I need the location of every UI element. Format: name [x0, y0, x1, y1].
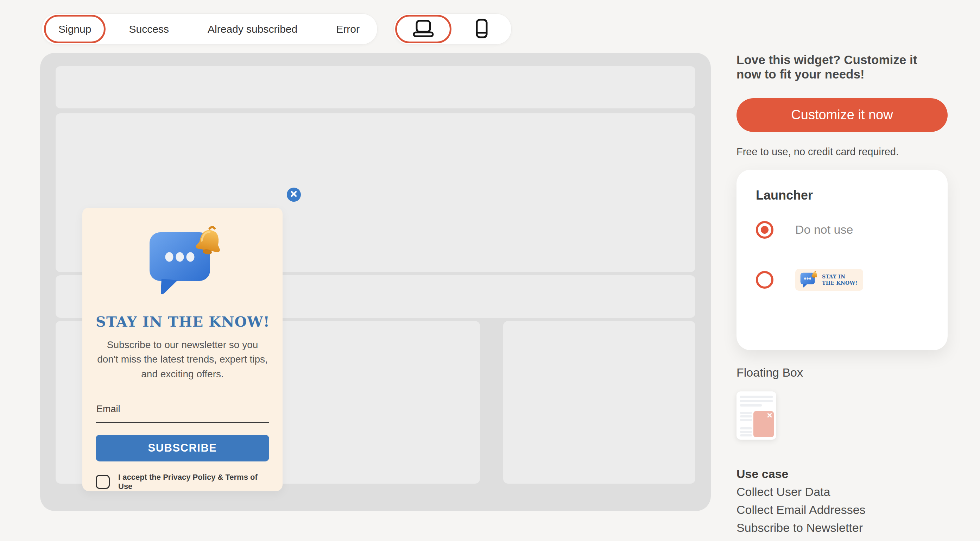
widget-title: STAY IN THE KNOW!	[96, 313, 269, 330]
tab-signup[interactable]: Signup	[44, 15, 105, 43]
use-case-item: Subscribe to Newsletter	[737, 521, 948, 535]
preview-toolbar: Signup Success Already subscribed Error	[41, 13, 512, 45]
launcher-option-label: Do not use	[795, 223, 853, 237]
use-case-item: Collect User Data	[737, 485, 948, 499]
desktop-view-button[interactable]	[395, 15, 452, 43]
laptop-icon	[412, 19, 434, 40]
launcher-card: Launcher Do not use	[737, 170, 948, 350]
mobile-phone-icon	[475, 18, 488, 40]
skeleton-header-block	[56, 66, 695, 108]
launcher-heading: Launcher	[756, 188, 928, 203]
floating-box-thumbnail[interactable]	[737, 391, 776, 440]
use-case-item: Collect Email Addresses	[737, 503, 948, 517]
radio-unselected-icon[interactable]	[756, 271, 773, 289]
close-icon	[290, 191, 298, 199]
tab-error[interactable]: Error	[321, 15, 375, 43]
consent-checkbox[interactable]	[96, 475, 110, 489]
radio-selected-icon[interactable]	[756, 221, 773, 239]
newsletter-signup-widget: STAY IN THE KNOW! Subscribe to our newsl…	[82, 208, 283, 491]
customize-button[interactable]: Customize it now	[737, 98, 948, 132]
launcher-preview-text: STAY IN THE KNOW!	[822, 274, 858, 286]
device-toggle	[393, 13, 512, 45]
skeleton-right-column-block	[503, 321, 695, 484]
email-input[interactable]	[96, 404, 269, 423]
tab-already-subscribed[interactable]: Already subscribed	[192, 15, 313, 43]
launcher-option-do-not-use[interactable]: Do not use	[756, 221, 928, 239]
launcher-preview: STAY IN THE KNOW!	[795, 269, 863, 291]
free-note: Free to use, no credit card required.	[737, 146, 948, 158]
widget-close-button[interactable]	[287, 188, 301, 202]
promo-heading: Love this widget? Customize it now to fi…	[737, 53, 934, 82]
mobile-view-button[interactable]	[453, 15, 510, 43]
mini-chat-bubble-with-bell-icon	[798, 270, 818, 289]
chat-bubble-with-bell-icon	[96, 223, 269, 297]
state-tabs: Signup Success Already subscribed Error	[41, 13, 377, 45]
sidebar: Love this widget? Customize it now to fi…	[737, 53, 948, 535]
floating-box-close-icon	[753, 411, 774, 437]
launcher-option-bubble[interactable]: STAY IN THE KNOW!	[756, 269, 928, 291]
subscribe-button[interactable]: SUBSCRIBE	[96, 435, 269, 461]
widget-description: Subscribe to our newsletter so you don't…	[96, 337, 269, 381]
floating-box-label: Floating Box	[737, 366, 948, 379]
use-case-heading: Use case	[737, 467, 948, 481]
consent-label: I accept the Privacy Policy & Terms of U…	[118, 473, 269, 491]
use-case-section: Use case Collect User Data Collect Email…	[737, 467, 948, 535]
tab-success[interactable]: Success	[114, 15, 185, 43]
